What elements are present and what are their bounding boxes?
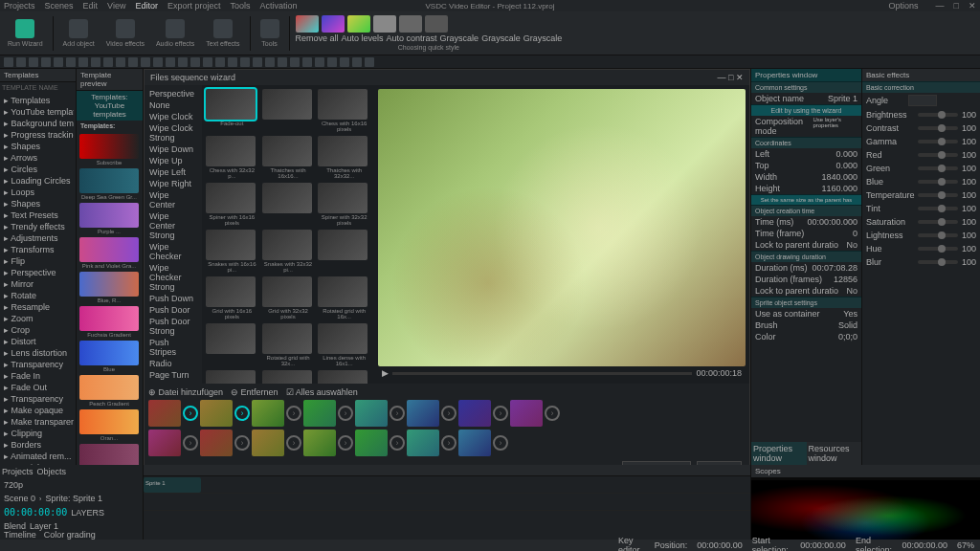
minimize-icon[interactable]: —: [936, 1, 945, 11]
tool-icon[interactable]: [141, 57, 150, 67]
transitions-list[interactable]: PerspectiveNoneWipe ClockWipe Clock Stro…: [145, 85, 202, 384]
tool-icon[interactable]: [327, 57, 337, 67]
template-item[interactable]: Plum Gradient: [79, 444, 139, 465]
strip-clip[interactable]: [355, 430, 388, 456]
transition-item[interactable]: Wipe Clock: [147, 111, 199, 122]
transition-thumb[interactable]: Lines dense with 16x1...: [318, 323, 370, 366]
props-tab[interactable]: Properties window: [751, 442, 807, 465]
effect-value[interactable]: 100: [962, 150, 976, 160]
tool-icon[interactable]: [116, 57, 125, 67]
strip-clip[interactable]: [458, 400, 491, 427]
transition-item[interactable]: Wipe Clock Strong: [147, 122, 199, 143]
prop-value[interactable]: 12856: [834, 275, 858, 284]
style-auto-contrast[interactable]: [347, 15, 370, 33]
effect-value[interactable]: 100: [962, 204, 976, 213]
menu-activation[interactable]: Activation: [259, 1, 297, 11]
transition-thumb[interactable]: Grid with 32x32 pixels: [262, 276, 315, 320]
resolution[interactable]: 720p: [4, 480, 23, 490]
tree-item[interactable]: ▸ Circles: [2, 164, 74, 175]
tree-item[interactable]: ▸ Templates: [2, 95, 74, 106]
transition-item[interactable]: Page Turn: [147, 369, 199, 381]
transition-thumb[interactable]: Snakes with 32x32 pi...: [262, 230, 315, 273]
remove-button[interactable]: ⊖ Entfernen: [231, 387, 278, 397]
effect-slider[interactable]: [918, 233, 958, 237]
select-all-button[interactable]: ☑ Alles auswählen: [286, 387, 358, 397]
tool-icon[interactable]: [54, 57, 63, 67]
transition-arrow-icon[interactable]: ›: [286, 406, 301, 421]
transition-thumb[interactable]: Thatches with 32x32...: [318, 136, 370, 179]
projects-tab[interactable]: Projects: [2, 467, 33, 476]
transition-thumb[interactable]: Thatches with 16x16...: [262, 136, 315, 179]
strip-clip[interactable]: [510, 400, 543, 427]
tree-item[interactable]: ▸ Transparency: [2, 359, 74, 370]
layers-tab[interactable]: LAYERS: [71, 508, 104, 518]
tool-icon[interactable]: [240, 57, 250, 67]
text-effects-button[interactable]: Text effects: [202, 17, 243, 49]
prop-value[interactable]: No: [846, 286, 858, 296]
tree-item[interactable]: ▸ Fade In: [2, 370, 74, 382]
tools-dropdown[interactable]: Tools: [256, 17, 283, 49]
effect-value[interactable]: 100: [962, 137, 976, 146]
tree-item[interactable]: ▸ Loops: [2, 187, 74, 198]
maximize-icon[interactable]: □: [954, 1, 959, 11]
tree-item[interactable]: ▸ Make transparent: [2, 416, 74, 428]
strip-clip[interactable]: [148, 430, 181, 456]
transition-item[interactable]: Wipe Left: [147, 166, 199, 178]
tree-item[interactable]: ▸ Adjustments: [2, 232, 74, 244]
strip-clip[interactable]: [200, 400, 233, 427]
options-link[interactable]: Options: [889, 1, 919, 11]
effect-slider[interactable]: [918, 180, 958, 184]
template-item[interactable]: Blue: [79, 341, 139, 372]
resources-tab[interactable]: Resources window: [807, 442, 862, 465]
prop-value[interactable]: 0;0;0: [838, 332, 858, 342]
transition-item[interactable]: Wipe Down: [147, 143, 199, 155]
scene-crumb[interactable]: Scene 0: [4, 494, 35, 503]
timeline-track[interactable]: [144, 494, 750, 511]
menu-edit[interactable]: Edit: [83, 1, 99, 11]
templates-tab[interactable]: Templates: [0, 69, 76, 82]
wizard-maximize-icon[interactable]: □: [728, 73, 733, 82]
tool-icon[interactable]: [340, 57, 349, 67]
creation-section[interactable]: Object creation time: [751, 205, 861, 216]
tool-icon[interactable]: [166, 57, 175, 67]
transition-thumb[interactable]: Fade-out: [206, 89, 258, 132]
tool-icon[interactable]: [365, 57, 374, 67]
strip-clip[interactable]: [407, 400, 439, 427]
tool-icon[interactable]: [16, 57, 26, 67]
effect-slider[interactable]: [918, 193, 958, 197]
transition-thumb[interactable]: [262, 370, 315, 384]
strip-clip[interactable]: [355, 400, 388, 427]
transition-thumb[interactable]: [318, 230, 370, 273]
tree-item[interactable]: ▸ Shapes: [2, 198, 74, 209]
prop-value[interactable]: No: [846, 240, 858, 250]
wizard-close-icon[interactable]: ✕: [736, 73, 744, 82]
effect-value[interactable]: 100: [962, 190, 976, 200]
sprite-clip[interactable]: Sprite 1: [144, 477, 201, 493]
tree-item[interactable]: ▸ Zoom: [2, 313, 74, 324]
prop-value[interactable]: 00:07:08.28: [812, 263, 858, 273]
tree-item[interactable]: ▸ Background templates: [2, 118, 74, 129]
transition-item[interactable]: Pour: [147, 381, 199, 384]
tool-icon[interactable]: [302, 57, 312, 67]
strip-clip[interactable]: [252, 430, 284, 456]
transition-item[interactable]: Radio: [147, 358, 199, 369]
tree-item[interactable]: ▸ Rotate: [2, 290, 74, 301]
menu-export[interactable]: Export project: [167, 1, 221, 11]
transition-arrow-icon[interactable]: ›: [183, 406, 198, 421]
menu-projects[interactable]: Projects: [4, 1, 35, 11]
strip-clip[interactable]: [458, 430, 491, 456]
tool-icon[interactable]: [91, 57, 100, 67]
transition-thumb[interactable]: Spiner with 16x16 pixels: [206, 183, 258, 226]
preview-tab[interactable]: Template preview: [77, 69, 143, 91]
transition-arrow-icon[interactable]: ›: [234, 435, 250, 451]
play-icon[interactable]: ▶: [382, 368, 389, 378]
strip-clip[interactable]: [148, 400, 181, 427]
tool-icon[interactable]: [190, 57, 200, 67]
transition-arrow-icon[interactable]: ›: [390, 435, 405, 451]
effect-slider[interactable]: [918, 140, 958, 143]
tool-icon[interactable]: [278, 57, 287, 67]
template-item[interactable]: Deep Sea Green Gr...: [79, 168, 139, 200]
sprite-crumb[interactable]: Sprite: Sprite 1: [45, 494, 102, 503]
prop-value[interactable]: 0.000: [835, 149, 858, 159]
transition-arrow-icon[interactable]: ›: [338, 406, 353, 421]
